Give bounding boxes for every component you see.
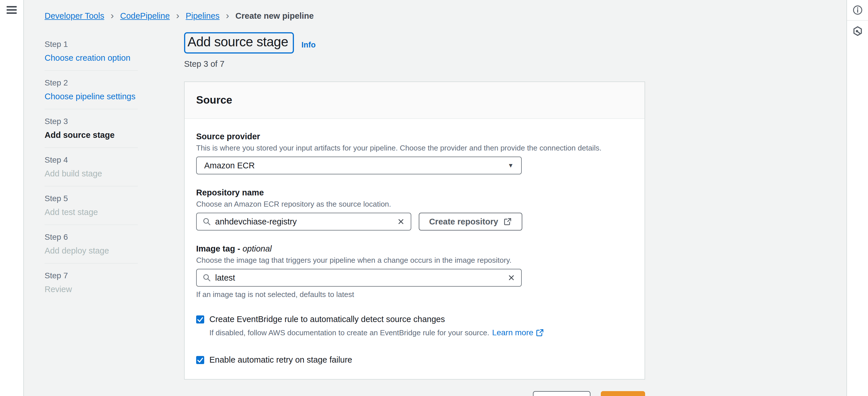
step-link[interactable]: Choose pipeline settings — [44, 91, 138, 101]
amazon-q-button[interactable] — [847, 21, 868, 41]
create-repository-button[interactable]: Create repository — [419, 213, 522, 230]
step-number: Step 4 — [44, 155, 138, 165]
auto-retry-checkbox[interactable] — [196, 356, 204, 364]
auto-retry-checkbox-label[interactable]: Enable automatic retry on stage failure — [209, 355, 352, 365]
hamburger-menu-icon[interactable] — [7, 6, 17, 14]
repository-name-input[interactable] — [215, 217, 393, 226]
source-provider-label: Source provider — [196, 132, 633, 141]
clear-repository-button[interactable] — [397, 218, 405, 226]
search-icon — [203, 217, 211, 226]
create-repository-label: Create repository — [429, 217, 498, 226]
image-tag-hint: If an image tag is not selected, default… — [196, 290, 633, 299]
close-icon — [397, 218, 405, 226]
step-number: Step 6 — [44, 232, 138, 242]
image-tag-label-text: Image tag — [196, 244, 235, 253]
close-icon — [507, 274, 516, 282]
left-nav-rail — [0, 0, 24, 396]
source-card-title: Source — [196, 94, 633, 106]
step-disabled-label: Add build stage — [44, 169, 138, 178]
repository-name-searchbox — [196, 213, 411, 230]
wizard-step-4: Step 4 Add build stage — [44, 155, 138, 187]
previous-button[interactable]: Previous — [533, 391, 590, 396]
eventbridge-option-description: If disabled, follow AWS documentation to… — [209, 328, 633, 337]
wizard-step-7: Step 7 Review — [44, 271, 138, 302]
step-number: Step 5 — [44, 194, 138, 203]
step-disabled-label: Add deploy stage — [44, 246, 138, 256]
step-link[interactable]: Choose creation option — [44, 53, 138, 63]
source-card: Source Source provider This is where you… — [184, 81, 645, 379]
cancel-button[interactable]: Cancel — [488, 391, 515, 396]
step-disabled-label: Review — [44, 284, 138, 294]
check-icon — [196, 356, 204, 364]
chevron-right-icon: › — [176, 11, 179, 20]
step-number: Step 2 — [44, 78, 138, 87]
step-number: Step 7 — [44, 271, 138, 280]
breadcrumb-link-developer-tools[interactable]: Developer Tools — [44, 11, 104, 21]
wizard-steps-nav: Step 1 Choose creation option Step 2 Cho… — [44, 40, 138, 309]
image-tag-label: Image tag - optional — [196, 244, 633, 254]
chevron-down-icon: ▼ — [508, 162, 514, 169]
info-panel-button[interactable] — [847, 0, 868, 21]
repository-name-label: Repository name — [196, 188, 633, 197]
wizard-step-1: Step 1 Choose creation option — [44, 40, 138, 71]
step-number: Step 3 — [44, 117, 138, 126]
image-tag-optional-text: optional — [243, 244, 272, 253]
wizard-footer-actions: Cancel Previous Next — [184, 391, 645, 396]
check-icon — [196, 315, 204, 323]
source-provider-field: Source provider This is where you stored… — [196, 132, 633, 174]
eventbridge-option-row: Create EventBridge rule to automatically… — [196, 315, 633, 324]
learn-more-link[interactable]: Learn more — [492, 328, 544, 337]
next-button[interactable]: Next — [601, 391, 645, 396]
eventbridge-description-text: If disabled, follow AWS documentation to… — [209, 328, 489, 337]
step-indicator: Step 3 of 7 — [184, 59, 645, 69]
auto-retry-option-row: Enable automatic retry on stage failure — [196, 355, 633, 365]
breadcrumb-current: Create new pipeline — [236, 11, 314, 21]
chevron-right-icon: › — [226, 11, 229, 20]
source-options: Create EventBridge rule to automatically… — [196, 315, 633, 365]
wizard-step-6: Step 6 Add deploy stage — [44, 232, 138, 264]
info-link[interactable]: Info — [302, 40, 315, 50]
tools-rail — [846, 0, 868, 396]
clear-image-tag-button[interactable] — [507, 274, 516, 282]
eventbridge-checkbox[interactable] — [196, 315, 204, 323]
image-tag-description: Choose the image tag that triggers your … — [196, 256, 633, 265]
breadcrumb-link-pipelines[interactable]: Pipelines — [186, 11, 220, 21]
image-tag-label-separator: - — [237, 244, 240, 253]
image-tag-searchbox — [196, 269, 522, 287]
info-icon — [852, 5, 863, 15]
source-card-header: Source — [185, 82, 645, 119]
page-title-focus-ring: Add source stage — [184, 32, 294, 54]
page-title: Add source stage — [188, 33, 288, 50]
image-tag-field: Image tag - optional Choose the image ta… — [196, 244, 633, 299]
breadcrumb-link-codepipeline[interactable]: CodePipeline — [120, 11, 170, 21]
source-provider-select[interactable]: Amazon ECR ▼ — [196, 157, 522, 174]
image-tag-input[interactable] — [215, 273, 503, 283]
search-icon — [203, 274, 211, 282]
chevron-right-icon: › — [111, 11, 114, 20]
source-provider-description: This is where you stored your input arti… — [196, 144, 633, 152]
wizard-step-3: Step 3 Add source stage — [44, 117, 138, 148]
step-number: Step 1 — [44, 40, 138, 49]
wizard-step-2: Step 2 Choose pipeline settings — [44, 78, 138, 109]
breadcrumb: Developer Tools › CodePipeline › Pipelin… — [44, 11, 314, 21]
learn-more-label: Learn more — [492, 328, 533, 337]
step-disabled-label: Add test stage — [44, 207, 138, 217]
external-link-icon — [535, 328, 544, 337]
repository-name-description: Choose an Amazon ECR repository as the s… — [196, 200, 633, 209]
external-link-icon — [503, 217, 512, 226]
eventbridge-checkbox-label[interactable]: Create EventBridge rule to automatically… — [209, 315, 445, 324]
source-provider-value: Amazon ECR — [204, 161, 255, 170]
main-content: Add source stage Info Step 3 of 7 Source… — [184, 32, 645, 396]
wizard-step-5: Step 5 Add test stage — [44, 194, 138, 225]
step-current-label: Add source stage — [44, 130, 138, 140]
repository-name-field: Repository name Choose an Amazon ECR rep… — [196, 188, 633, 230]
hexagon-q-icon — [852, 26, 863, 36]
